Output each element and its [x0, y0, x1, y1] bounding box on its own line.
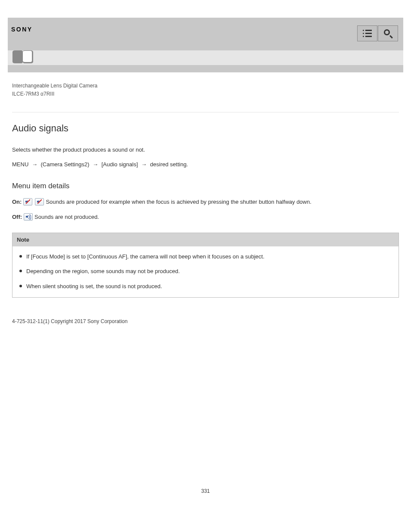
device-info: Interchangeable Lens Digital Camera ILCE…	[12, 82, 399, 98]
option-off-label: Off:	[12, 214, 22, 220]
arrow-icon: →	[32, 161, 37, 168]
note-box: Note If [Focus Mode] is set to [Continuo…	[12, 233, 399, 298]
option-on-label: On:	[12, 199, 22, 205]
brand-logo: SONY	[11, 25, 33, 33]
audio-mute-icon	[23, 198, 32, 205]
option-off-text: Sounds are not produced.	[34, 214, 99, 220]
divider	[12, 112, 399, 112]
audio-mute-icon	[35, 198, 44, 205]
search-icon	[384, 29, 392, 38]
menu-icon	[363, 30, 372, 37]
subheader-bottom	[8, 65, 403, 72]
note-item: Depending on the region, some sounds may…	[17, 267, 394, 276]
intro-paragraph: Selects whether the product produces a s…	[12, 145, 399, 155]
note-title: Note	[12, 233, 399, 246]
menu-path: MENU → (Camera Settings2) → [Audio signa…	[12, 160, 399, 169]
header-buttons	[357, 25, 398, 41]
body-text: Selects whether the product produces a s…	[12, 145, 399, 169]
option-off: Off: Sounds are not produced.	[12, 213, 399, 221]
option-on: On: Sounds are produced for example when…	[12, 198, 399, 205]
note-item: If [Focus Mode] is set to [Continuous AF…	[17, 252, 394, 261]
menu-step: MENU	[12, 161, 28, 168]
note-body: If [Focus Mode] is set to [Continuous AF…	[12, 246, 399, 297]
subheader-bar	[8, 50, 403, 65]
device-type: Interchangeable Lens Digital Camera	[12, 82, 399, 90]
footer-info: 4-725-312-11(1) Copyright 2017 Sony Corp…	[12, 318, 399, 324]
device-model: ILCE-7RM3 α7RIII	[12, 90, 399, 98]
option-on-text: Sounds are produced for example when the…	[46, 199, 311, 205]
book-icon	[11, 50, 35, 64]
menu-step: (Camera Settings2)	[41, 161, 90, 168]
search-button[interactable]	[378, 25, 398, 41]
menu-step: [Audio signals]	[102, 161, 138, 168]
menu-step: desired setting.	[150, 161, 188, 168]
audio-on-icon	[24, 213, 33, 221]
arrow-icon: →	[93, 161, 98, 168]
page-number: 331	[0, 488, 411, 507]
section-header: Menu item details	[12, 182, 399, 190]
page-title: Audio signals	[12, 123, 399, 134]
header-bar: SONY	[8, 18, 403, 50]
menu-button[interactable]	[357, 25, 377, 41]
note-item: When silent shooting is set, the sound i…	[17, 282, 394, 291]
arrow-icon: →	[141, 161, 147, 168]
